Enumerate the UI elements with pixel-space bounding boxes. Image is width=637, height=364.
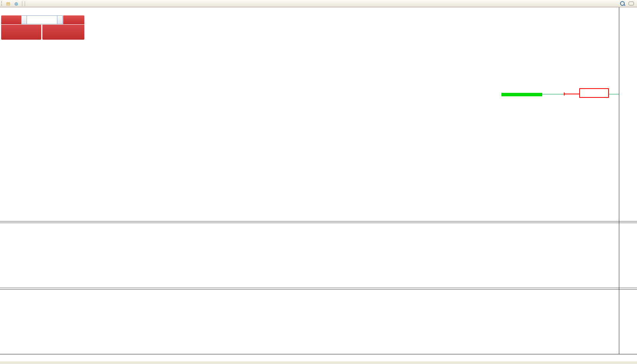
sell-price-button[interactable]: [1, 25, 41, 40]
mt4-window: ▤ ◍: [0, 0, 637, 364]
buy-button[interactable]: [63, 15, 84, 24]
callout-connector-tick: [564, 92, 565, 96]
volume-decrease-button[interactable]: [21, 15, 27, 24]
price-callout-box[interactable]: [579, 88, 609, 98]
chart-canvas[interactable]: [0, 0, 637, 364]
trade-panel-top-row: [1, 15, 84, 24]
support-highlight-bar[interactable]: [501, 93, 542, 96]
sell-button[interactable]: [1, 15, 21, 24]
volume-input[interactable]: [27, 15, 57, 24]
one-click-trade-panel: [1, 15, 84, 40]
callout-connector: [564, 94, 579, 94]
volume-increase-button[interactable]: [57, 15, 63, 24]
buy-price-button[interactable]: [42, 25, 84, 40]
